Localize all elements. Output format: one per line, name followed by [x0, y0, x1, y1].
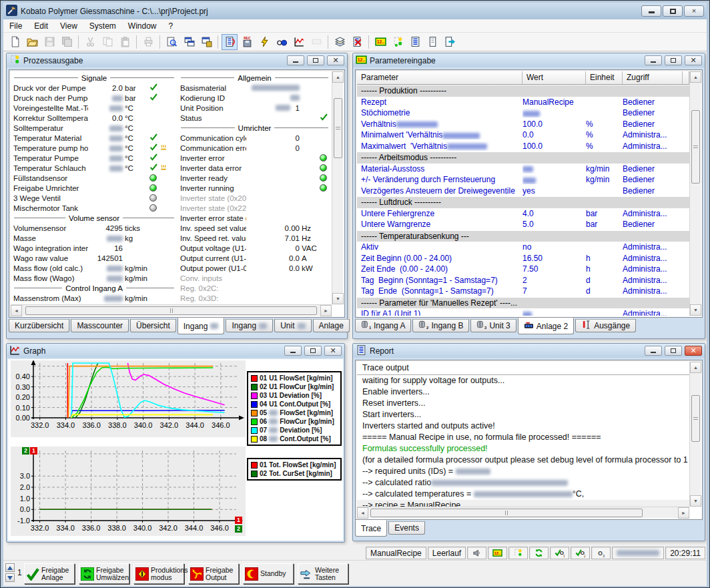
find-preview-icon[interactable] [163, 34, 180, 50]
report-window-icon[interactable] [407, 34, 423, 50]
freigabe-output-button[interactable]: FreigabeOutput [188, 563, 239, 584]
prozessausgabe-titlebar[interactable]: Prozessausgabe ✕ [7, 53, 347, 67]
trace-line[interactable]: ===== Manual Recipe in use, no formula f… [357, 432, 689, 443]
parameter-row[interactable]: Tag Beginn (Sonntag=1 - Samstag=7)2dAdmi… [357, 275, 689, 286]
menu-view[interactable]: View [54, 20, 83, 32]
freigabe-anlage-button[interactable]: FreigabeAnlage [24, 563, 75, 584]
report-vscrollbar[interactable]: ▲ ▼ [689, 362, 701, 507]
graph-close-button[interactable]: ✕ [324, 346, 342, 356]
parameter-row[interactable]: +/- Veränderung durch Fernsteuerungkg/mi… [357, 174, 689, 186]
parameter-row[interactable]: AktivnoAdministra... [357, 242, 689, 253]
minimize-button[interactable] [641, 5, 661, 17]
parametereingabe-vscrollbar[interactable]: ▲ ▼ [689, 71, 701, 316]
report-close-button[interactable]: ✕ [685, 346, 702, 356]
prozessausgabe-minimize-button[interactable] [287, 55, 304, 65]
chart-view-icon[interactable] [291, 34, 307, 50]
parameter-row[interactable]: Maximalwert 'Verhältnis100.0%Administra.… [357, 141, 689, 152]
trace-line[interactable]: Enable inverters... [357, 386, 689, 398]
trace-line[interactable]: --> required units (IDs) = [357, 466, 689, 477]
prozessausgabe-maximize-button[interactable] [307, 55, 324, 65]
parameter-value: 0.0 [522, 130, 586, 139]
tab-unit-3[interactable]: 3Unit 3 [470, 319, 516, 332]
tab-unit[interactable]: Unit [274, 319, 311, 332]
prozessausgabe-vscrollbar[interactable]: ▲ ▼ [332, 71, 343, 304]
tab-ingang-a[interactable]: 1Ingang A [355, 319, 411, 332]
parameter-row[interactable]: Zeit Ende (0.00 - 24.00)7.50hAdministra.… [357, 264, 689, 275]
lightning-icon[interactable] [256, 34, 272, 50]
parameter-row[interactable]: ID für A1 (Unit 1)Administra... [357, 308, 689, 316]
trace-line[interactable]: --> calculated ratio [357, 477, 689, 489]
trace-line[interactable]: Start inverters... [357, 409, 689, 420]
parametereingabe-close-button[interactable]: ✕ [685, 55, 702, 65]
tab-kurz-bersicht[interactable]: Kurzübersicht [9, 319, 69, 332]
trace-line[interactable]: Reset inverters... [357, 398, 689, 409]
graph-titlebar[interactable]: Graph ✕ [7, 344, 344, 358]
parameter-row[interactable]: Untere Fehlergrenze4.0barAdministra... [357, 208, 689, 220]
counter-up-button[interactable] [5, 563, 15, 572]
process-window-icon[interactable] [390, 34, 406, 50]
graph-maximize-button[interactable] [304, 346, 322, 356]
record-save-icon[interactable]: REC [239, 34, 255, 50]
window-titlebar[interactable]: Kobato Polymer Giessmaschine - C:\...\pr… [3, 3, 707, 19]
close-button[interactable]: × [684, 5, 704, 17]
prozessausgabe-close-button[interactable]: ✕ [327, 55, 344, 65]
report-hscrollbar[interactable]: ◄ ► [357, 507, 689, 518]
trace-line[interactable]: Inverters started and outputs active! [357, 420, 689, 432]
parameter-row[interactable]: Verhältnis100.0%Bediener [357, 119, 689, 130]
report-minimize-button[interactable] [645, 346, 662, 356]
monitor-icon[interactable] [274, 34, 290, 50]
parameter-row[interactable]: Verzögertes Ansteuern der Dreiwegeventil… [357, 186, 689, 197]
report-titlebar[interactable]: Report ✕ [353, 344, 705, 358]
trace-line[interactable]: waiting for supply voltage for outputs..… [357, 375, 689, 386]
graph-minimize-button[interactable] [284, 346, 302, 356]
open-project-icon[interactable] [24, 34, 40, 50]
trace-view-icon[interactable] [222, 34, 238, 50]
tab--bersicht[interactable]: Übersicht [130, 319, 176, 332]
cascade-windows-icon[interactable] [181, 34, 197, 50]
trace-line[interactable]: --> calculated temperatures = °C, [357, 489, 689, 500]
trace-line[interactable]: Formulas successfully processed! [357, 443, 689, 455]
tab-ausg-nge[interactable]: Ausgänge [575, 319, 636, 332]
delete-report-icon[interactable] [349, 34, 365, 50]
parameter-row[interactable]: RezeptManualRecipeBediener [357, 97, 689, 108]
parameter-row[interactable]: Zeit Beginn (0.00 - 24.00)16.50hAdminist… [357, 253, 689, 264]
send-stack-icon[interactable] [332, 34, 348, 50]
parametereingabe-minimize-button[interactable] [645, 55, 662, 65]
parameter-row[interactable]: Minimalwert 'Verhältnis0.0%Administra... [357, 129, 689, 141]
tab-ingang[interactable]: Ingang [178, 318, 225, 334]
counter-down-button[interactable] [5, 573, 15, 582]
freigabe-umw-lzen-button[interactable]: FreigabeUmwälzen [79, 563, 129, 584]
report-maximize-button[interactable] [665, 346, 682, 356]
trace-line[interactable]: --> recipe = ManualRecipe [357, 500, 689, 507]
standby-button[interactable]: Standby [243, 563, 294, 584]
tab-anlage-2[interactable]: Anlage 2 [518, 318, 574, 334]
menu-system[interactable]: System [83, 20, 122, 32]
menu-help[interactable]: ? [163, 20, 180, 32]
tab-ingang-b[interactable]: 2Ingang B [412, 319, 469, 332]
produktions--modus-button[interactable]: Produktions-modus [133, 563, 184, 584]
tab-anlage[interactable]: Anlage [313, 319, 350, 332]
menu-window[interactable]: Window [122, 20, 163, 32]
weitere-tasten-button[interactable]: WeitereTasten [298, 563, 348, 584]
legend-entry: 02U1 FlowCur [kg/min] [251, 382, 338, 391]
document-icon[interactable] [424, 34, 440, 50]
parameter-row[interactable]: Material-Ausstosskg/minBediener [357, 164, 689, 175]
parameter-window-icon[interactable]: 12.. [372, 34, 388, 50]
export-icon[interactable] [442, 34, 458, 50]
parameter-row[interactable]: Tag Ende (Sonntag=1 - Samstag=7)7dAdmini… [357, 286, 689, 297]
menu-edit[interactable]: Edit [28, 20, 54, 32]
parameter-row[interactable]: Untere Warngrenze5.0barBediener [357, 219, 689, 230]
tab-masscounter[interactable]: Masscounter [71, 319, 129, 332]
parametereingabe-maximize-button[interactable] [665, 55, 682, 65]
maximize-button[interactable] [663, 5, 683, 17]
menu-file[interactable]: File [3, 20, 28, 32]
tab-events[interactable]: Events [388, 521, 425, 535]
tab-trace[interactable]: Trace [355, 520, 387, 537]
parameter-row[interactable]: StöchiometrieBediener [357, 107, 689, 119]
new-document-icon[interactable] [7, 34, 23, 50]
trace-line[interactable]: (for a detailed formula processor output… [357, 455, 689, 466]
prozessausgabe-hscrollbar[interactable]: ◄ ► [11, 304, 332, 316]
parametereingabe-titlebar[interactable]: 12.. Parametereingabe ✕ [353, 53, 705, 67]
save-layout-icon[interactable] [198, 34, 214, 50]
tab-ingang[interactable]: Ingang [226, 319, 273, 332]
